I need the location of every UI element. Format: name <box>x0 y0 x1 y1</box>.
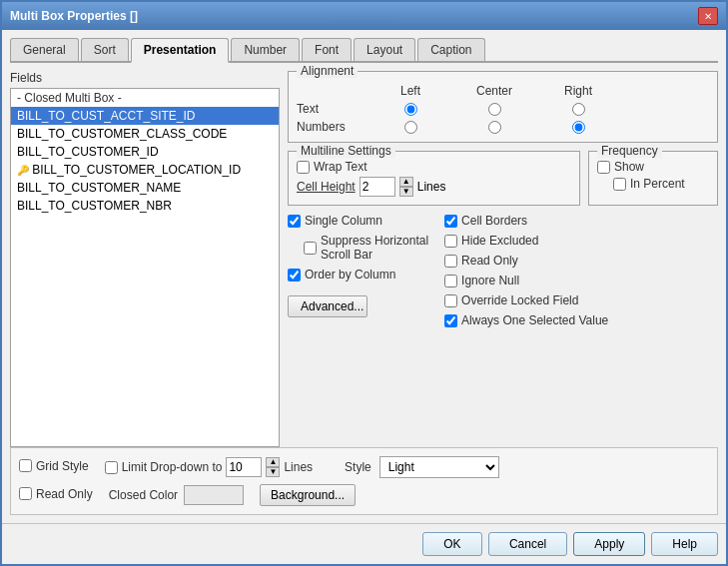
cancel-button[interactable]: Cancel <box>488 532 567 556</box>
style-select[interactable]: Light Dark Classic <box>379 456 499 478</box>
always-one-selected-row: Always One Selected Value <box>444 313 608 327</box>
override-locked-checkbox[interactable] <box>444 294 457 307</box>
multiline-title: Multiline Settings <box>297 144 395 158</box>
grid-style-checkbox[interactable] <box>19 459 32 472</box>
cell-height-input[interactable] <box>360 177 395 197</box>
ignore-null-row: Ignore Null <box>444 274 608 287</box>
order-by-column-checkbox[interactable] <box>288 269 301 282</box>
suppress-scroll-checkbox[interactable] <box>304 242 317 255</box>
field-item-group[interactable]: - Closed Multi Box - <box>11 89 279 107</box>
wrap-text-checkbox[interactable] <box>297 161 310 174</box>
show-checkbox[interactable] <box>597 161 610 174</box>
numbers-right-radio-cell <box>538 121 618 134</box>
wrap-text-row: Wrap Text <box>297 160 571 174</box>
footer: OK Cancel Apply Help <box>2 523 726 564</box>
read-only-checkbox[interactable] <box>19 487 32 500</box>
cell-borders-checkbox[interactable] <box>444 215 457 228</box>
limit-dropdown-label[interactable]: Limit Drop-down to <box>122 460 223 474</box>
grid-style-label[interactable]: Grid Style <box>36 459 89 473</box>
tab-presentation[interactable]: Presentation <box>131 38 230 63</box>
in-percent-label[interactable]: In Percent <box>630 177 685 191</box>
numbers-left-radio[interactable] <box>404 121 417 134</box>
tab-bar: General Sort Presentation Number Font La… <box>10 38 718 63</box>
alignment-grid: Left Center Right Text Numb <box>297 84 709 134</box>
numbers-right-radio[interactable] <box>572 121 585 134</box>
tab-caption[interactable]: Caption <box>417 38 484 61</box>
tab-general[interactable]: General <box>10 38 79 61</box>
background-button[interactable]: Background... <box>260 484 356 506</box>
limit-lines-label: Lines <box>284 460 313 474</box>
tab-font[interactable]: Font <box>302 38 352 61</box>
limit-spinner: ▲ ▼ <box>266 457 280 477</box>
spinner-up[interactable]: ▲ <box>399 177 413 187</box>
numbers-center-radio[interactable] <box>488 121 501 134</box>
cell-borders-label: Cell Borders <box>461 214 527 228</box>
tab-layout[interactable]: Layout <box>354 38 415 61</box>
read-only-opt-checkbox[interactable] <box>444 255 457 268</box>
ok-button[interactable]: OK <box>422 532 482 556</box>
close-button[interactable]: ✕ <box>698 7 718 25</box>
help-button[interactable]: Help <box>651 532 718 556</box>
in-percent-row: In Percent <box>613 177 709 191</box>
hide-excluded-checkbox[interactable] <box>444 235 457 248</box>
hide-excluded-label: Hide Excluded <box>461 234 538 248</box>
text-left-radio[interactable] <box>404 103 417 116</box>
fields-label: Fields <box>10 71 280 85</box>
options-right: Cell Borders Hide Excluded Read Only <box>444 214 608 330</box>
lines-label: Lines <box>417 180 446 194</box>
content-area: Fields - Closed Multi Box - BILL_TO_CUST… <box>10 71 718 447</box>
ignore-null-checkbox[interactable] <box>444 275 457 287</box>
align-left-header: Left <box>370 84 450 98</box>
middle-row: Multiline Settings Wrap Text Cell Height… <box>288 151 718 206</box>
options-left: Single Column Suppress HorizontalScroll … <box>288 214 428 330</box>
field-item-1[interactable]: BILL_TO_CUSTOMER_CLASS_CODE <box>11 125 279 143</box>
limit-spinner-down[interactable]: ▼ <box>266 467 280 477</box>
field-item-5[interactable]: BILL_TO_CUSTOMER_NBR <box>11 197 279 215</box>
always-one-selected-label: Always One Selected Value <box>461 313 608 327</box>
closed-color-label: Closed Color <box>109 488 178 502</box>
text-right-radio-cell <box>538 103 618 116</box>
bottom-row1: Grid Style Limit Drop-down to ▲ ▼ Lines … <box>19 456 709 478</box>
single-column-checkbox[interactable] <box>288 215 301 228</box>
override-locked-label: Override Locked Field <box>461 293 578 307</box>
grid-style-row: Grid Style <box>19 459 89 473</box>
show-row: Show <box>597 160 709 174</box>
window-title: Multi Box Properties [] <box>10 9 138 23</box>
tab-sort[interactable]: Sort <box>81 38 129 61</box>
field-item-3[interactable]: 🔑 BILL_TO_CUSTOMER_LOCATION_ID <box>11 161 279 179</box>
field-item-2[interactable]: BILL_TO_CUSTOMER_ID <box>11 143 279 161</box>
fields-list[interactable]: - Closed Multi Box - BILL_TO_CUST_ACCT_S… <box>10 88 280 447</box>
field-item-0[interactable]: BILL_TO_CUST_ACCT_SITE_ID <box>11 107 279 125</box>
read-only-opt-label: Read Only <box>461 254 518 268</box>
ignore-null-label: Ignore Null <box>461 274 519 287</box>
spinner-down[interactable]: ▼ <box>399 187 413 197</box>
advanced-button[interactable]: Advanced... <box>288 295 367 317</box>
suppress-scroll-row: Suppress HorizontalScroll Bar <box>304 234 428 262</box>
limit-spinner-up[interactable]: ▲ <box>266 457 280 467</box>
tab-number[interactable]: Number <box>231 38 300 61</box>
cell-borders-row: Cell Borders <box>444 214 608 228</box>
wrap-text-label[interactable]: Wrap Text <box>314 160 367 174</box>
numbers-left-radio-cell <box>370 121 450 134</box>
always-one-selected-checkbox[interactable] <box>444 314 457 327</box>
text-right-radio[interactable] <box>572 103 585 116</box>
apply-button[interactable]: Apply <box>573 532 645 556</box>
limit-value-input[interactable] <box>226 457 262 477</box>
show-label[interactable]: Show <box>614 160 644 174</box>
cell-height-row: Cell Height ▲ ▼ Lines <box>297 177 571 197</box>
limit-group: Limit Drop-down to ▲ ▼ Lines <box>105 457 313 477</box>
field-item-4[interactable]: BILL_TO_CUSTOMER_NAME <box>11 179 279 197</box>
window-body: General Sort Presentation Number Font La… <box>2 30 726 523</box>
in-percent-checkbox[interactable] <box>613 178 626 191</box>
limit-dropdown-checkbox[interactable] <box>105 461 118 474</box>
title-bar: Multi Box Properties [] ✕ <box>2 2 726 30</box>
closed-color-swatch[interactable] <box>184 485 244 505</box>
text-left-radio-cell <box>370 103 450 116</box>
order-by-column-label: Order by Column <box>305 268 395 282</box>
read-only-label[interactable]: Read Only <box>36 487 93 501</box>
text-center-radio[interactable] <box>488 103 501 116</box>
alignment-title: Alignment <box>297 64 358 78</box>
bottom-row2: Read Only Closed Color Background... <box>19 484 709 506</box>
cell-height-label: Cell Height <box>297 180 356 194</box>
suppress-scroll-label: Suppress HorizontalScroll Bar <box>321 234 428 262</box>
